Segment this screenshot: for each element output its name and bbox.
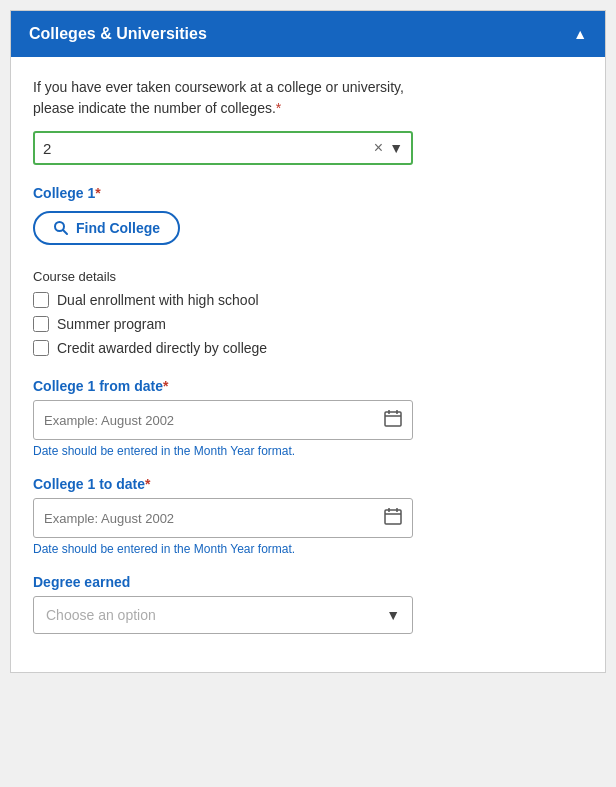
to-date-hint: Date should be entered in the Month Year… [33, 542, 583, 556]
find-college-button[interactable]: Find College [33, 211, 180, 245]
to-date-input[interactable] [44, 511, 384, 526]
from-date-section: College 1 from date* Date should be ente… [33, 378, 583, 458]
to-date-section: College 1 to date* Date should be entere… [33, 476, 583, 556]
from-date-input[interactable] [44, 413, 384, 428]
svg-line-1 [63, 230, 67, 234]
panel-title: Colleges & Universities [29, 25, 207, 43]
description-line2: please indicate the number of colleges.* [33, 100, 281, 116]
degree-dropdown-arrow-icon[interactable]: ▼ [386, 607, 400, 623]
svg-rect-6 [385, 510, 401, 524]
degree-section: Degree earned Choose an option ▼ [33, 574, 583, 634]
checkbox-credit-college: Credit awarded directly by college [33, 340, 583, 356]
from-date-input-wrapper [33, 400, 413, 440]
calendar-icon-from[interactable] [384, 409, 402, 431]
from-date-label: College 1 from date* [33, 378, 583, 394]
find-college-label: Find College [76, 220, 160, 236]
to-date-input-wrapper [33, 498, 413, 538]
to-date-label: College 1 to date* [33, 476, 583, 492]
description-line1: If you have ever taken coursework at a c… [33, 79, 404, 95]
from-date-hint: Date should be entered in the Month Year… [33, 444, 583, 458]
credit-college-label[interactable]: Credit awarded directly by college [57, 340, 267, 356]
dropdown-arrow-icon[interactable]: ▼ [389, 140, 403, 156]
checkbox-summer-program: Summer program [33, 316, 583, 332]
clear-button[interactable]: × [368, 139, 389, 157]
course-details-checkboxes: Dual enrollment with high school Summer … [33, 292, 583, 356]
degree-select-placeholder: Choose an option [46, 607, 386, 623]
dual-enrollment-checkbox[interactable] [33, 292, 49, 308]
dual-enrollment-label[interactable]: Dual enrollment with high school [57, 292, 259, 308]
number-of-colleges-select[interactable]: 2 × ▼ [33, 131, 413, 165]
description-text: If you have ever taken coursework at a c… [33, 77, 583, 119]
summer-program-checkbox[interactable] [33, 316, 49, 332]
panel-content: If you have ever taken coursework at a c… [11, 57, 605, 672]
panel-header: Colleges & Universities ▲ [11, 11, 605, 57]
svg-rect-2 [385, 412, 401, 426]
number-of-colleges-value: 2 [43, 140, 368, 157]
degree-label: Degree earned [33, 574, 583, 590]
course-details-label: Course details [33, 269, 583, 284]
calendar-icon-to[interactable] [384, 507, 402, 529]
colleges-universities-panel: Colleges & Universities ▲ If you have ev… [10, 10, 606, 673]
credit-college-checkbox[interactable] [33, 340, 49, 356]
degree-select[interactable]: Choose an option ▼ [33, 596, 413, 634]
college1-label: College 1* [33, 185, 583, 201]
summer-program-label[interactable]: Summer program [57, 316, 166, 332]
collapse-icon[interactable]: ▲ [573, 26, 587, 42]
checkbox-dual-enrollment: Dual enrollment with high school [33, 292, 583, 308]
search-icon [53, 220, 69, 236]
